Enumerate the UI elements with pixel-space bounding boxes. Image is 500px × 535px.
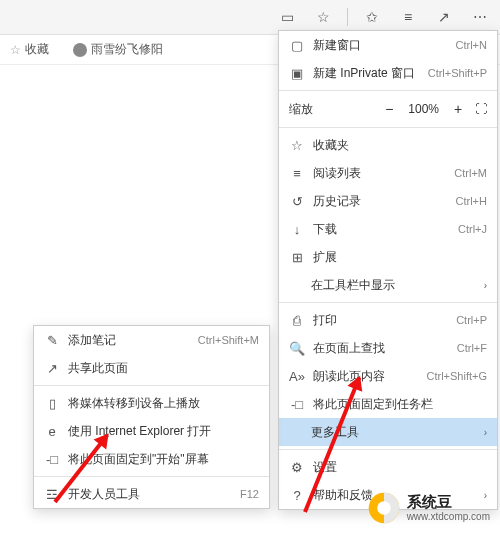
zoom-value: 100% — [406, 102, 441, 116]
watermark-title: 系统豆 — [407, 494, 490, 511]
menu-settings[interactable]: ⚙ 设置 — [279, 453, 497, 481]
star-icon: ☆ — [10, 43, 21, 57]
menu-read-aloud[interactable]: A» 朗读此页内容 Ctrl+Shift+G — [279, 362, 497, 390]
menu-show-in-toolbar[interactable]: 在工具栏中显示 › — [279, 271, 497, 299]
menu-separator — [279, 449, 497, 450]
menu-separator — [34, 476, 269, 477]
ie-icon: e — [44, 424, 60, 439]
submenu-share[interactable]: ↗ 共享此页面 — [34, 354, 269, 382]
reading-list-icon: ≡ — [289, 166, 305, 181]
menu-new-inprivate[interactable]: ▣ 新建 InPrivate 窗口 Ctrl+Shift+P — [279, 59, 497, 87]
submenu-cast[interactable]: ▯ 将媒体转移到设备上播放 — [34, 389, 269, 417]
submenu-open-ie[interactable]: e 使用 Internet Explorer 打开 — [34, 417, 269, 445]
bookmark-item[interactable]: 雨雪纷飞修阳 — [73, 41, 163, 58]
submenu-pin-start[interactable]: -□ 将此页面固定到"开始"屏幕 — [34, 445, 269, 473]
user-avatar-icon — [73, 43, 87, 57]
favorites-hub-icon[interactable]: ≡ — [396, 5, 420, 29]
pen-icon: ✎ — [44, 333, 60, 348]
read-aloud-icon: A» — [289, 369, 305, 384]
menu-downloads[interactable]: ↓ 下载 Ctrl+J — [279, 215, 497, 243]
menu-pin-taskbar[interactable]: -□ 将此页面固定到任务栏 — [279, 390, 497, 418]
favorites-folder[interactable]: ☆ 收藏 — [10, 41, 49, 58]
gear-icon: ⚙ — [289, 460, 305, 475]
menu-separator — [34, 385, 269, 386]
help-icon: ? — [289, 488, 305, 503]
pin-icon: -□ — [44, 452, 60, 467]
chevron-right-icon: › — [484, 280, 487, 291]
menu-find[interactable]: 🔍 在页面上查找 Ctrl+F — [279, 334, 497, 362]
menu-separator — [279, 127, 497, 128]
svg-point-1 — [377, 501, 391, 515]
bookmark-label: 雨雪纷飞修阳 — [91, 41, 163, 58]
watermark-logo-icon — [367, 491, 401, 525]
toolbar-divider — [347, 8, 348, 26]
history-icon: ↺ — [289, 194, 305, 209]
print-icon: ⎙ — [289, 313, 305, 328]
menu-more-tools[interactable]: 更多工具 › — [279, 418, 497, 446]
add-favorite-icon[interactable]: ✩ — [360, 5, 384, 29]
watermark: 系统豆 www.xtdcomp.com — [367, 491, 490, 525]
menu-favorites[interactable]: ☆ 收藏夹 — [279, 131, 497, 159]
share-icon[interactable]: ↗ — [432, 5, 456, 29]
menu-separator — [279, 302, 497, 303]
favorites-label: 收藏 — [25, 41, 49, 58]
search-icon: 🔍 — [289, 341, 305, 356]
download-icon: ↓ — [289, 222, 305, 237]
watermark-url: www.xtdcomp.com — [407, 511, 490, 522]
cast-icon: ▯ — [44, 396, 60, 411]
submenu-add-notes[interactable]: ✎ 添加笔记 Ctrl+Shift+M — [34, 326, 269, 354]
more-icon[interactable]: ⋯ — [468, 5, 492, 29]
favorite-star-icon[interactable]: ☆ — [311, 5, 335, 29]
menu-separator — [279, 90, 497, 91]
zoom-label: 缩放 — [289, 101, 372, 118]
zoom-in-button[interactable]: + — [447, 98, 469, 120]
main-menu: ▢ 新建窗口 Ctrl+N ▣ 新建 InPrivate 窗口 Ctrl+Shi… — [278, 30, 498, 510]
fullscreen-icon[interactable]: ⛶ — [475, 102, 487, 116]
reading-view-icon[interactable]: ▭ — [275, 5, 299, 29]
zoom-out-button[interactable]: − — [378, 98, 400, 120]
menu-print[interactable]: ⎙ 打印 Ctrl+P — [279, 306, 497, 334]
share-icon: ↗ — [44, 361, 60, 376]
star-icon: ☆ — [289, 138, 305, 153]
inprivate-icon: ▣ — [289, 66, 305, 81]
menu-extensions[interactable]: ⊞ 扩展 — [279, 243, 497, 271]
menu-new-window[interactable]: ▢ 新建窗口 Ctrl+N — [279, 31, 497, 59]
menu-history[interactable]: ↺ 历史记录 Ctrl+H — [279, 187, 497, 215]
menu-zoom: 缩放 − 100% + ⛶ — [279, 94, 497, 124]
pin-icon: -□ — [289, 397, 305, 412]
extensions-icon: ⊞ — [289, 250, 305, 265]
menu-reading-list[interactable]: ≡ 阅读列表 Ctrl+M — [279, 159, 497, 187]
chevron-right-icon: › — [484, 427, 487, 438]
window-icon: ▢ — [289, 38, 305, 53]
